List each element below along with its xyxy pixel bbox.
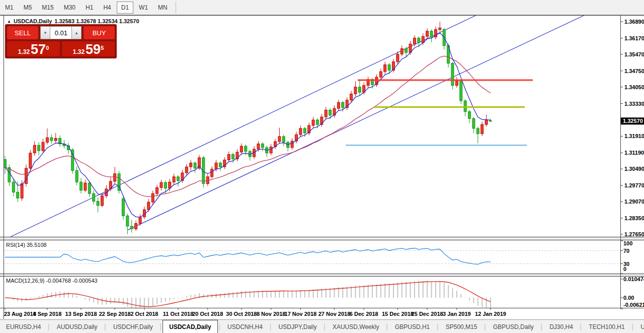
date-axis-label: 11 Oct 2018 — [163, 311, 194, 317]
candle-body — [8, 168, 11, 182]
candle-body — [211, 169, 213, 177]
candle-body — [21, 184, 23, 198]
candle-body — [312, 120, 314, 125]
volume-field[interactable]: 0.01 — [50, 26, 71, 39]
timeframe-button-M15[interactable]: M15 — [37, 2, 58, 14]
arrow-down-icon: ▼ — [43, 31, 47, 35]
volume-decrease-button[interactable]: ▼ — [40, 26, 50, 39]
sell-button[interactable]: SELL — [7, 26, 38, 39]
candle-body — [485, 120, 488, 124]
volume-increase-button[interactable]: ▲ — [71, 26, 82, 39]
tab-separator: │ — [104, 320, 108, 333]
timeframe-button-H4[interactable]: H4 — [99, 2, 115, 14]
candle-body — [101, 196, 104, 206]
candle-body — [257, 144, 260, 150]
tab-separator: │ — [269, 320, 273, 333]
chart-tab-GBPUSD-Daily[interactable]: GBPUSD,Daily — [487, 320, 540, 333]
fast-ma-line[interactable] — [5, 33, 491, 217]
candle-body — [472, 118, 475, 128]
candle-body — [342, 102, 344, 108]
trendline[interactable] — [127, 15, 585, 230]
chart-tab-USDJPY-Daily[interactable]: USDJPY,Daily — [273, 320, 323, 333]
date-axis-label: 20 Oct 2018 — [192, 311, 223, 317]
timeframe-button-M30[interactable]: M30 — [59, 2, 80, 14]
timeframe-button-W1[interactable]: W1 — [134, 2, 152, 14]
candle-body — [38, 145, 40, 151]
candle-body — [122, 198, 124, 216]
candle-body — [278, 137, 281, 142]
candle-body — [270, 147, 272, 153]
arrow-up-icon: ▲ — [74, 31, 78, 35]
tab-separator: │ — [631, 320, 635, 333]
candle-body — [93, 193, 95, 202]
price-axis-label: 1.28350 — [624, 215, 644, 221]
candle-body — [476, 128, 479, 134]
candle-body — [396, 54, 399, 61]
price-axis-label: 1.31190 — [624, 150, 644, 156]
candle-body — [215, 163, 217, 169]
candle-body — [232, 155, 234, 159]
candle-body — [460, 81, 462, 101]
candle-body — [164, 182, 167, 188]
date-axis-label: 17 Nov 2018 — [285, 311, 317, 317]
date-axis-label: 4 Sep 2018 — [33, 311, 61, 317]
candle-body — [337, 102, 340, 108]
chart-tab-USDCAD-Daily[interactable]: USDCAD,Daily — [163, 320, 217, 333]
candle-body — [177, 177, 180, 181]
chart-tab-EURUSD-H4[interactable]: EURUSD,H4 — [0, 320, 47, 333]
timeframe-button-M1[interactable]: M1 — [1, 2, 18, 14]
candle-body — [455, 81, 458, 85]
timeframe-button-MN[interactable]: MN — [153, 2, 172, 14]
chart-tab-USDCNH-H4[interactable]: USDCNH,H4 — [221, 320, 269, 333]
candle-body — [245, 146, 247, 152]
one-click-trade-panel: SELL ▼ 0.01 ▲ BUY 1.32 57 0 1.32 59 5 — [5, 24, 117, 58]
tab-separator: │ — [323, 320, 327, 333]
timeframe-button-M5[interactable]: M5 — [19, 2, 37, 14]
splitter[interactable] — [0, 237, 644, 240]
candle-body — [490, 121, 492, 121]
buy-button[interactable]: BUY — [84, 26, 115, 39]
macd-label: MACD(12,26,9) -0.004768 -0.000543 — [6, 278, 98, 284]
sell-quote[interactable]: 1.32 57 0 — [7, 41, 60, 56]
candle-body — [468, 112, 471, 119]
chart-tab-UKOil-H1[interactable]: UKOil,H1 — [634, 320, 644, 333]
chart-tab-TECH100-H1[interactable]: TECH100,H1 — [583, 320, 630, 333]
macd-signal-line[interactable] — [5, 282, 491, 307]
candle-body — [88, 183, 91, 193]
volume-stepper: ▼ 0.01 ▲ — [40, 26, 82, 39]
timeframe-button-H1[interactable]: H1 — [81, 2, 98, 14]
macd-pane[interactable] — [5, 281, 491, 309]
rsi-axis-label: 100 — [623, 240, 632, 246]
chart-tab-AUDUSD-Daily[interactable]: AUDUSD,Daily — [51, 320, 104, 333]
splitter[interactable] — [0, 274, 644, 276]
candle-body — [139, 217, 141, 224]
macd-axis-label: -0.006218 — [623, 302, 644, 308]
price-axis-label: 1.30490 — [624, 166, 644, 172]
chart-tab-DJ30-H4[interactable]: DJ30,H4 — [543, 320, 579, 333]
tab-separator: │ — [385, 320, 389, 333]
timeframe-button-D1[interactable]: D1 — [117, 2, 133, 14]
chart-tab-XAUUSD-Weekly[interactable]: XAUUSD,Weekly — [327, 320, 385, 333]
candle-body — [29, 153, 32, 168]
chart-tab-GBPUSD-H1[interactable]: GBPUSD,H1 — [389, 320, 436, 333]
date-axis-label: 3 Jan 2019 — [443, 311, 471, 317]
candle-body — [405, 48, 408, 52]
candle-body — [12, 182, 15, 192]
candle-body — [227, 155, 230, 160]
collapse-arrow-icon[interactable]: ▲ — [7, 19, 11, 24]
rsi-pane[interactable] — [4, 248, 620, 264]
chart-tab-SP500-M15[interactable]: SP500,M15 — [440, 320, 484, 333]
date-axis-label: 25 Dec 2018 — [412, 311, 443, 317]
candle-body — [97, 202, 99, 206]
date-axis-label: 8 Nov 2018 — [257, 311, 285, 317]
buy-quote[interactable]: 1.32 59 5 — [62, 41, 115, 56]
date-axis-label: 30 Oct 2018 — [226, 311, 257, 317]
candle-body — [190, 163, 192, 167]
candle-body — [240, 146, 243, 152]
sell-quote-base: 1.32 — [18, 48, 30, 55]
candle-body — [354, 87, 357, 94]
tab-separator: │ — [483, 320, 487, 333]
sell-quote-pips: 57 — [31, 43, 46, 55]
chart-tab-USDCHF-Daily[interactable]: USDCHF,Daily — [107, 320, 159, 333]
candle-body — [426, 31, 429, 37]
